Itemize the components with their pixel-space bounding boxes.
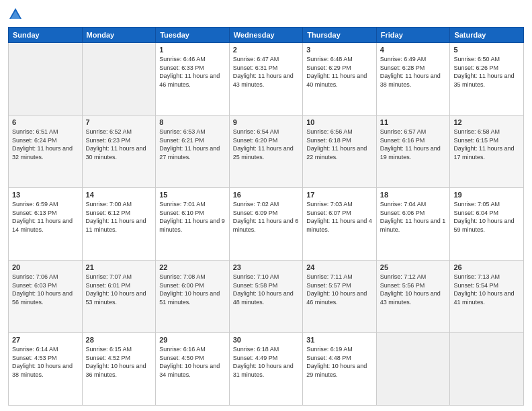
calendar-cell: 24Sunrise: 7:11 AMSunset: 5:57 PMDayligh… bbox=[303, 261, 377, 333]
weekday-header: Saturday bbox=[450, 28, 524, 43]
calendar-cell: 8Sunrise: 6:53 AMSunset: 6:21 PMDaylight… bbox=[156, 116, 230, 188]
calendar-body: 1Sunrise: 6:46 AMSunset: 6:33 PMDaylight… bbox=[9, 43, 524, 406]
day-info: Sunrise: 7:11 AMSunset: 5:57 PMDaylight:… bbox=[306, 273, 373, 306]
weekday-header: Sunday bbox=[9, 28, 83, 43]
calendar-week: 20Sunrise: 7:06 AMSunset: 6:03 PMDayligh… bbox=[9, 261, 524, 333]
weekday-header: Thursday bbox=[303, 28, 377, 43]
calendar-week: 1Sunrise: 6:46 AMSunset: 6:33 PMDaylight… bbox=[9, 43, 524, 116]
day-number: 9 bbox=[233, 118, 300, 126]
day-info: Sunrise: 6:18 AMSunset: 4:49 PMDaylight:… bbox=[233, 345, 300, 379]
day-number: 10 bbox=[306, 118, 373, 126]
calendar-cell bbox=[450, 333, 524, 406]
day-info: Sunrise: 6:49 AMSunset: 6:28 PMDaylight:… bbox=[380, 55, 447, 89]
day-info: Sunrise: 6:56 AMSunset: 6:18 PMDaylight:… bbox=[306, 128, 373, 161]
day-number: 23 bbox=[233, 263, 300, 271]
calendar-cell: 26Sunrise: 7:13 AMSunset: 5:54 PMDayligh… bbox=[450, 261, 524, 333]
calendar-cell: 3Sunrise: 6:48 AMSunset: 6:29 PMDaylight… bbox=[303, 43, 377, 116]
day-number: 29 bbox=[159, 336, 226, 344]
day-info: Sunrise: 7:03 AMSunset: 6:07 PMDaylight:… bbox=[306, 200, 373, 234]
day-number: 7 bbox=[86, 118, 152, 126]
calendar-cell: 19Sunrise: 7:05 AMSunset: 6:04 PMDayligh… bbox=[450, 188, 524, 261]
day-info: Sunrise: 7:01 AMSunset: 6:10 PMDaylight:… bbox=[159, 200, 226, 234]
day-info: Sunrise: 6:53 AMSunset: 6:21 PMDaylight:… bbox=[159, 128, 226, 161]
calendar-cell: 12Sunrise: 6:58 AMSunset: 6:15 PMDayligh… bbox=[450, 116, 524, 188]
calendar-cell: 16Sunrise: 7:02 AMSunset: 6:09 PMDayligh… bbox=[229, 188, 303, 261]
day-info: Sunrise: 6:19 AMSunset: 4:48 PMDaylight:… bbox=[306, 345, 373, 379]
day-number: 28 bbox=[86, 336, 152, 344]
day-number: 8 bbox=[159, 118, 226, 126]
calendar-cell: 25Sunrise: 7:12 AMSunset: 5:56 PMDayligh… bbox=[376, 261, 450, 333]
day-number: 18 bbox=[380, 191, 447, 199]
calendar-cell: 18Sunrise: 7:04 AMSunset: 6:06 PMDayligh… bbox=[376, 188, 450, 261]
day-number: 4 bbox=[380, 46, 447, 54]
header bbox=[8, 7, 524, 21]
weekday-header: Monday bbox=[82, 28, 156, 43]
logo-icon bbox=[8, 7, 23, 21]
day-info: Sunrise: 6:47 AMSunset: 6:31 PMDaylight:… bbox=[233, 55, 300, 89]
page: SundayMondayTuesdayWednesdayThursdayFrid… bbox=[0, 0, 532, 411]
day-info: Sunrise: 6:14 AMSunset: 4:53 PMDaylight:… bbox=[12, 345, 79, 379]
calendar-cell: 31Sunrise: 6:19 AMSunset: 4:48 PMDayligh… bbox=[303, 333, 377, 406]
day-number: 12 bbox=[453, 118, 520, 126]
calendar-cell: 7Sunrise: 6:52 AMSunset: 6:23 PMDaylight… bbox=[82, 116, 156, 188]
weekday-header: Tuesday bbox=[156, 28, 230, 43]
day-info: Sunrise: 7:12 AMSunset: 5:56 PMDaylight:… bbox=[380, 273, 447, 306]
day-number: 30 bbox=[233, 336, 300, 344]
calendar-cell bbox=[82, 43, 156, 116]
calendar-cell: 28Sunrise: 6:15 AMSunset: 4:52 PMDayligh… bbox=[82, 333, 156, 406]
calendar-cell: 10Sunrise: 6:56 AMSunset: 6:18 PMDayligh… bbox=[303, 116, 377, 188]
calendar-cell: 14Sunrise: 7:00 AMSunset: 6:12 PMDayligh… bbox=[82, 188, 156, 261]
day-number: 24 bbox=[306, 263, 373, 271]
weekday-header: Friday bbox=[376, 28, 450, 43]
day-number: 26 bbox=[453, 263, 520, 271]
day-number: 1 bbox=[159, 46, 226, 54]
day-info: Sunrise: 6:54 AMSunset: 6:20 PMDaylight:… bbox=[233, 128, 300, 161]
day-info: Sunrise: 6:48 AMSunset: 6:29 PMDaylight:… bbox=[306, 55, 373, 89]
day-number: 22 bbox=[159, 263, 226, 271]
day-number: 27 bbox=[12, 336, 79, 344]
day-number: 17 bbox=[306, 191, 373, 199]
calendar-cell: 22Sunrise: 7:08 AMSunset: 6:00 PMDayligh… bbox=[156, 261, 230, 333]
day-info: Sunrise: 7:07 AMSunset: 6:01 PMDaylight:… bbox=[86, 273, 152, 306]
calendar-cell: 5Sunrise: 6:50 AMSunset: 6:26 PMDaylight… bbox=[450, 43, 524, 116]
calendar-cell: 1Sunrise: 6:46 AMSunset: 6:33 PMDaylight… bbox=[156, 43, 230, 116]
calendar-cell: 4Sunrise: 6:49 AMSunset: 6:28 PMDaylight… bbox=[376, 43, 450, 116]
calendar-week: 27Sunrise: 6:14 AMSunset: 4:53 PMDayligh… bbox=[9, 333, 524, 406]
day-info: Sunrise: 7:13 AMSunset: 5:54 PMDaylight:… bbox=[453, 273, 520, 306]
calendar-cell: 29Sunrise: 6:16 AMSunset: 4:50 PMDayligh… bbox=[156, 333, 230, 406]
calendar: SundayMondayTuesdayWednesdayThursdayFrid… bbox=[8, 27, 524, 406]
day-number: 21 bbox=[86, 263, 152, 271]
calendar-cell: 23Sunrise: 7:10 AMSunset: 5:58 PMDayligh… bbox=[229, 261, 303, 333]
day-info: Sunrise: 6:15 AMSunset: 4:52 PMDaylight:… bbox=[86, 345, 152, 379]
calendar-cell: 13Sunrise: 6:59 AMSunset: 6:13 PMDayligh… bbox=[9, 188, 83, 261]
calendar-cell: 9Sunrise: 6:54 AMSunset: 6:20 PMDaylight… bbox=[229, 116, 303, 188]
calendar-header: SundayMondayTuesdayWednesdayThursdayFrid… bbox=[9, 28, 524, 43]
day-info: Sunrise: 6:51 AMSunset: 6:24 PMDaylight:… bbox=[12, 128, 79, 161]
day-info: Sunrise: 7:00 AMSunset: 6:12 PMDaylight:… bbox=[86, 200, 152, 234]
calendar-cell: 17Sunrise: 7:03 AMSunset: 6:07 PMDayligh… bbox=[303, 188, 377, 261]
day-number: 2 bbox=[233, 46, 300, 54]
day-number: 11 bbox=[380, 118, 447, 126]
day-info: Sunrise: 6:50 AMSunset: 6:26 PMDaylight:… bbox=[453, 55, 520, 89]
calendar-cell: 20Sunrise: 7:06 AMSunset: 6:03 PMDayligh… bbox=[9, 261, 83, 333]
day-info: Sunrise: 6:57 AMSunset: 6:16 PMDaylight:… bbox=[380, 128, 447, 161]
calendar-cell: 21Sunrise: 7:07 AMSunset: 6:01 PMDayligh… bbox=[82, 261, 156, 333]
day-number: 14 bbox=[86, 191, 152, 199]
day-number: 13 bbox=[12, 191, 79, 199]
day-info: Sunrise: 6:46 AMSunset: 6:33 PMDaylight:… bbox=[159, 55, 226, 89]
day-info: Sunrise: 7:08 AMSunset: 6:00 PMDaylight:… bbox=[159, 273, 226, 306]
calendar-cell: 30Sunrise: 6:18 AMSunset: 4:49 PMDayligh… bbox=[229, 333, 303, 406]
day-number: 19 bbox=[453, 191, 520, 199]
day-info: Sunrise: 7:06 AMSunset: 6:03 PMDaylight:… bbox=[12, 273, 79, 306]
day-number: 5 bbox=[453, 46, 520, 54]
day-info: Sunrise: 7:10 AMSunset: 5:58 PMDaylight:… bbox=[233, 273, 300, 306]
day-info: Sunrise: 6:58 AMSunset: 6:15 PMDaylight:… bbox=[453, 128, 520, 161]
day-number: 20 bbox=[12, 263, 79, 271]
day-info: Sunrise: 7:04 AMSunset: 6:06 PMDaylight:… bbox=[380, 200, 447, 234]
day-number: 15 bbox=[159, 191, 226, 199]
calendar-cell bbox=[376, 333, 450, 406]
day-number: 6 bbox=[12, 118, 79, 126]
calendar-cell: 11Sunrise: 6:57 AMSunset: 6:16 PMDayligh… bbox=[376, 116, 450, 188]
calendar-cell: 2Sunrise: 6:47 AMSunset: 6:31 PMDaylight… bbox=[229, 43, 303, 116]
day-info: Sunrise: 7:05 AMSunset: 6:04 PMDaylight:… bbox=[453, 200, 520, 234]
